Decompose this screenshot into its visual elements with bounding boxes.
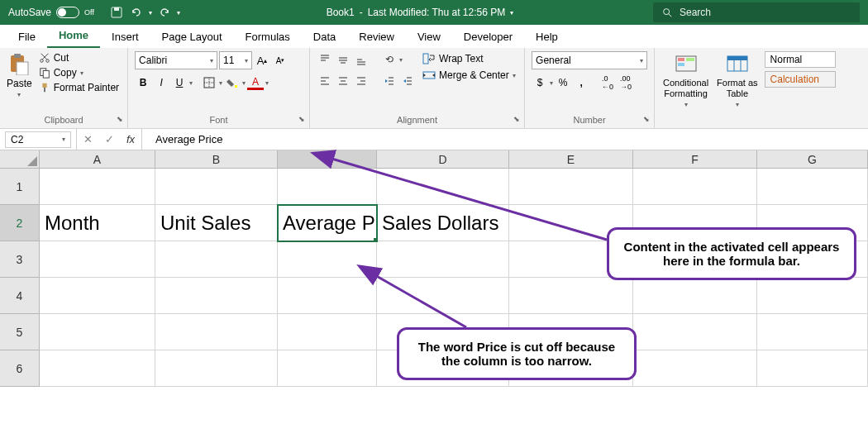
row-4[interactable]: 4 [0, 278, 40, 314]
orientation-button[interactable]: ⟲ [381, 51, 398, 68]
cell-G4[interactable] [757, 278, 868, 314]
tab-developer[interactable]: Developer [452, 26, 524, 48]
col-A[interactable]: A [40, 150, 155, 168]
save-icon[interactable] [109, 5, 124, 20]
cell-B4[interactable] [155, 278, 278, 314]
col-G[interactable]: G [757, 150, 868, 168]
cell-B6[interactable] [155, 350, 278, 387]
format-painter-button[interactable]: Format Painter [37, 81, 121, 94]
border-button[interactable] [201, 74, 217, 91]
cell-C5[interactable] [278, 314, 377, 350]
tab-data[interactable]: Data [302, 26, 347, 48]
tab-formulas[interactable]: Formulas [234, 26, 302, 48]
cell-G1[interactable] [757, 169, 868, 205]
cell-A5[interactable] [40, 314, 155, 350]
cell-F6[interactable] [633, 350, 757, 387]
copy-button[interactable]: Copy▾ [37, 66, 121, 79]
cell-C4[interactable] [278, 278, 377, 314]
cell-E1[interactable] [509, 169, 633, 205]
cell-F4[interactable] [633, 278, 757, 314]
cell-B3[interactable] [155, 241, 278, 278]
format-table-button[interactable]: Format as Table▾ [715, 51, 760, 111]
tab-file[interactable]: File [7, 26, 47, 48]
cell-F5[interactable] [633, 314, 757, 350]
align-middle-button[interactable] [335, 51, 351, 68]
tab-help[interactable]: Help [524, 26, 570, 48]
cell-D3[interactable] [377, 241, 509, 278]
cell-A2[interactable]: Month [40, 205, 155, 241]
col-E[interactable]: E [509, 150, 633, 168]
grow-font-button[interactable]: A▴ [254, 52, 270, 69]
cancel-formula-button[interactable]: ✕ [77, 133, 98, 145]
enter-formula-button[interactable]: ✓ [98, 133, 120, 145]
fill-color-button[interactable] [224, 74, 241, 91]
cell-A4[interactable] [40, 278, 155, 314]
align-top-button[interactable] [317, 51, 333, 68]
alignment-dialog-icon[interactable]: ⬊ [511, 113, 522, 125]
decrease-decimal-button[interactable]: .00→0 [618, 74, 634, 91]
row-5[interactable]: 5 [0, 314, 40, 350]
formula-input[interactable]: Average Price [141, 129, 868, 150]
italic-button[interactable]: I [153, 74, 169, 91]
cut-button[interactable]: Cut [37, 51, 121, 64]
cell-A1[interactable] [40, 169, 155, 205]
tab-review[interactable]: Review [347, 26, 406, 48]
toggle-switch[interactable] [56, 7, 79, 18]
currency-button[interactable]: $ [532, 74, 548, 91]
tab-view[interactable]: View [406, 26, 452, 48]
col-D[interactable]: D [377, 150, 509, 168]
merge-center-button[interactable]: Merge & Center▾ [421, 68, 517, 83]
undo-icon[interactable] [129, 5, 144, 20]
font-name-select[interactable]: Calibri▾ [135, 51, 217, 69]
percent-button[interactable]: % [555, 74, 571, 91]
cell-A6[interactable] [40, 350, 155, 387]
number-format-select[interactable]: General▾ [532, 51, 647, 69]
conditional-formatting-button[interactable]: Conditional Formatting▾ [661, 51, 710, 111]
bold-button[interactable]: B [135, 74, 151, 91]
cell-C3[interactable] [278, 241, 377, 278]
fx-button[interactable]: fx [120, 133, 141, 145]
cell-B2[interactable]: Unit Sales [155, 205, 278, 241]
cell-G6[interactable] [757, 350, 868, 387]
cell-A3[interactable] [40, 241, 155, 278]
increase-decimal-button[interactable]: .0←0 [599, 74, 616, 91]
cell-G5[interactable] [757, 314, 868, 350]
row-2[interactable]: 2 [0, 205, 40, 241]
indent-button[interactable] [399, 73, 416, 89]
name-box[interactable]: C2 ▾ [5, 131, 71, 148]
cell-B5[interactable] [155, 314, 278, 350]
comma-button[interactable]: , [573, 74, 589, 91]
cell-C1[interactable] [278, 169, 377, 205]
style-calculation[interactable]: Calculation [765, 71, 836, 88]
qat-customize-icon[interactable]: ▾ [177, 9, 180, 17]
cell-D2[interactable]: Sales Dollars [377, 205, 509, 241]
col-F[interactable]: F [633, 150, 757, 168]
shrink-font-button[interactable]: A▾ [272, 52, 289, 69]
col-B[interactable]: B [155, 150, 278, 168]
cell-E4[interactable] [509, 278, 633, 314]
cell-B1[interactable] [155, 169, 278, 205]
redo-icon[interactable] [157, 5, 172, 20]
align-bottom-button[interactable] [353, 51, 370, 68]
font-size-select[interactable]: 11▾ [219, 51, 252, 69]
font-dialog-icon[interactable]: ⬊ [296, 113, 308, 125]
align-left-button[interactable] [317, 73, 333, 89]
clipboard-dialog-icon[interactable]: ⬊ [114, 113, 126, 125]
row-6[interactable]: 6 [0, 350, 40, 387]
align-center-button[interactable] [335, 73, 351, 89]
col-C[interactable]: C [278, 150, 377, 168]
style-normal[interactable]: Normal [765, 51, 836, 68]
search-box[interactable]: Search [653, 2, 860, 22]
autosave-toggle[interactable]: AutoSave Off [0, 7, 103, 18]
tab-page-layout[interactable]: Page Layout [150, 26, 234, 48]
cell-F1[interactable] [633, 169, 757, 205]
cell-C2[interactable]: Average Pr [278, 205, 377, 241]
paste-button[interactable]: Paste ▾ [7, 51, 32, 98]
select-all-corner[interactable] [0, 150, 40, 168]
row-1[interactable]: 1 [0, 169, 40, 205]
number-dialog-icon[interactable]: ⬊ [641, 113, 652, 125]
row-3[interactable]: 3 [0, 241, 40, 278]
font-color-button[interactable]: A [247, 76, 264, 90]
underline-button[interactable]: U [171, 74, 188, 91]
cell-C6[interactable] [278, 350, 377, 387]
